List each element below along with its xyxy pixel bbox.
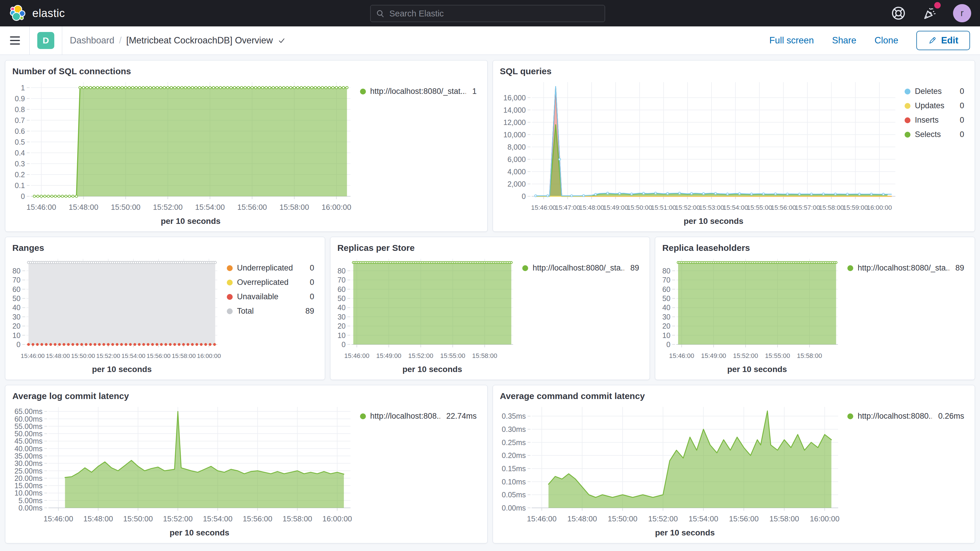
legend-item[interactable]: Unavailable0 xyxy=(227,292,314,301)
svg-text:15:56:00: 15:56:00 xyxy=(729,514,759,523)
svg-text:0.20ms: 0.20ms xyxy=(502,451,526,459)
svg-text:15:58:00: 15:58:00 xyxy=(472,352,497,360)
svg-text:50: 50 xyxy=(12,294,21,303)
legend-item[interactable]: http://localhost:8080/_sta...89 xyxy=(522,263,639,272)
notification-dot xyxy=(934,2,941,8)
search-input[interactable] xyxy=(389,9,600,19)
svg-text:15:52:00: 15:52:00 xyxy=(733,352,759,360)
svg-text:0.2: 0.2 xyxy=(15,170,25,179)
full-screen-button[interactable]: Full screen xyxy=(769,35,814,46)
breadcrumb-separator: / xyxy=(119,35,122,46)
legend-dot xyxy=(522,265,528,271)
svg-text:8,000: 8,000 xyxy=(508,143,526,151)
legend-item[interactable]: http://localhost:8080/_sta...89 xyxy=(847,263,964,272)
sql-queries-chart[interactable]: 02,0004,0006,0008,00010,00012,00014,0001… xyxy=(495,77,903,229)
legend-item[interactable]: Selects0 xyxy=(905,130,964,139)
svg-text:15:46:00: 15:46:00 xyxy=(43,514,73,523)
svg-text:15:56:00: 15:56:00 xyxy=(147,352,171,359)
svg-text:15:55:00: 15:55:00 xyxy=(440,352,465,360)
legend-item[interactable]: Deletes0 xyxy=(905,87,964,96)
legend-item[interactable]: http://localhost:808...22.74ms xyxy=(360,412,477,421)
svg-text:0.6: 0.6 xyxy=(15,127,25,135)
panel-title: Replicas per Store xyxy=(330,237,650,253)
lifebuoy-icon xyxy=(891,6,906,21)
legend-item[interactable]: Overreplicated0 xyxy=(227,278,314,287)
legend-label: http://localhost:8080/_sta... xyxy=(858,263,949,272)
legend-dot xyxy=(905,103,910,109)
svg-text:15:48:00: 15:48:00 xyxy=(579,204,604,211)
svg-text:60: 60 xyxy=(662,285,671,293)
legend-item[interactable]: Inserts0 xyxy=(905,116,964,125)
user-avatar[interactable]: r xyxy=(953,4,971,22)
edit-button[interactable]: Edit xyxy=(916,31,970,50)
svg-text:15:56:00: 15:56:00 xyxy=(771,204,796,211)
breadcrumb: Dashboard / [Metricbeat CockroachDB] Ove… xyxy=(70,35,286,46)
breadcrumb-dashboard[interactable]: Dashboard xyxy=(70,35,115,46)
svg-text:0.1: 0.1 xyxy=(15,181,25,190)
svg-text:12,000: 12,000 xyxy=(503,118,525,126)
svg-text:70: 70 xyxy=(12,276,21,284)
news-feed-button[interactable] xyxy=(922,6,937,21)
help-button[interactable] xyxy=(891,6,906,21)
svg-text:0: 0 xyxy=(342,340,346,349)
legend-item[interactable]: http://localhost:8080...0.26ms xyxy=(847,412,964,421)
svg-text:15:54:00: 15:54:00 xyxy=(203,514,232,523)
legend-value: 0 xyxy=(960,101,964,110)
legend-label: Overreplicated xyxy=(237,278,304,287)
legend-value: 89 xyxy=(305,307,314,316)
panel-title: Replica leaseholders xyxy=(655,237,975,253)
share-button[interactable]: Share xyxy=(832,35,856,46)
dashboard-badge[interactable]: D xyxy=(37,32,54,49)
global-search[interactable] xyxy=(370,5,605,22)
svg-text:15:56:00: 15:56:00 xyxy=(243,514,272,523)
legend-item[interactable]: Underreplicated0 xyxy=(227,263,314,272)
divider xyxy=(62,26,62,55)
svg-text:0.4: 0.4 xyxy=(15,149,25,157)
legend-item[interactable]: Updates0 xyxy=(905,101,964,110)
legend-label: Unavailable xyxy=(237,292,304,301)
svg-text:15:46:00: 15:46:00 xyxy=(26,203,56,212)
svg-text:0: 0 xyxy=(667,340,670,349)
check-icon[interactable] xyxy=(278,37,286,45)
svg-text:30.00ms: 30.00ms xyxy=(14,459,43,467)
svg-text:16:00:00: 16:00:00 xyxy=(197,352,221,359)
svg-text:15:52:00: 15:52:00 xyxy=(163,514,193,523)
svg-text:0: 0 xyxy=(21,192,25,201)
svg-text:45.00ms: 45.00ms xyxy=(14,437,43,445)
legend-item[interactable]: Total89 xyxy=(227,307,314,316)
svg-text:30: 30 xyxy=(12,313,21,321)
legend-label: Selects xyxy=(915,130,954,139)
legend-dot xyxy=(360,89,366,94)
legend-dot xyxy=(905,132,910,138)
legend-label: Inserts xyxy=(915,116,954,125)
legend-item[interactable]: http://localhost:8080/_stat...1 xyxy=(360,87,477,96)
svg-text:15:50:00: 15:50:00 xyxy=(71,352,95,359)
replica-leaseholders-chart[interactable]: 0102030405060708015:46:0015:49:0015:52:0… xyxy=(657,253,846,377)
svg-text:15:54:00: 15:54:00 xyxy=(688,514,718,523)
panel-replica-leaseholders: Replica leaseholders 0102030405060708015… xyxy=(655,237,975,380)
topbar-icons: r xyxy=(891,4,971,22)
svg-text:per 10 seconds: per 10 seconds xyxy=(402,365,462,374)
sql-connections-chart[interactable]: 00.10.20.30.40.50.60.70.80.9115:46:0015:… xyxy=(8,77,358,229)
elastic-logo[interactable] xyxy=(9,4,27,22)
svg-text:0.8: 0.8 xyxy=(15,105,25,113)
replicas-per-store-chart[interactable]: 0102030405060708015:46:0015:49:0015:52:0… xyxy=(333,253,521,377)
panel-ranges: Ranges 0102030405060708015:46:0015:48:00… xyxy=(5,237,325,380)
legend-value: 0 xyxy=(310,263,314,272)
svg-text:40: 40 xyxy=(337,303,346,312)
command-commit-latency-chart[interactable]: 0.00ms0.05ms0.10ms0.15ms0.20ms0.25ms0.30… xyxy=(495,402,846,541)
svg-text:60: 60 xyxy=(337,285,346,293)
log-commit-latency-chart[interactable]: 0.00ms5.00ms10.00ms15.00ms20.00ms25.00ms… xyxy=(8,402,358,541)
svg-text:16,000: 16,000 xyxy=(503,94,525,102)
ranges-chart[interactable]: 0102030405060708015:46:0015:48:0015:50:0… xyxy=(8,253,225,377)
menu-button[interactable] xyxy=(8,35,22,46)
svg-text:80: 80 xyxy=(12,267,21,275)
svg-text:15:58:00: 15:58:00 xyxy=(279,203,309,212)
svg-text:15:51:00: 15:51:00 xyxy=(651,204,676,211)
svg-text:15:52:00: 15:52:00 xyxy=(408,352,433,360)
legend-label: http://localhost:8080/_sta... xyxy=(533,263,624,272)
clone-button[interactable]: Clone xyxy=(874,35,898,46)
svg-text:0.00ms: 0.00ms xyxy=(19,504,43,512)
svg-text:50: 50 xyxy=(337,294,346,303)
legend-value: 22.74ms xyxy=(446,412,477,421)
